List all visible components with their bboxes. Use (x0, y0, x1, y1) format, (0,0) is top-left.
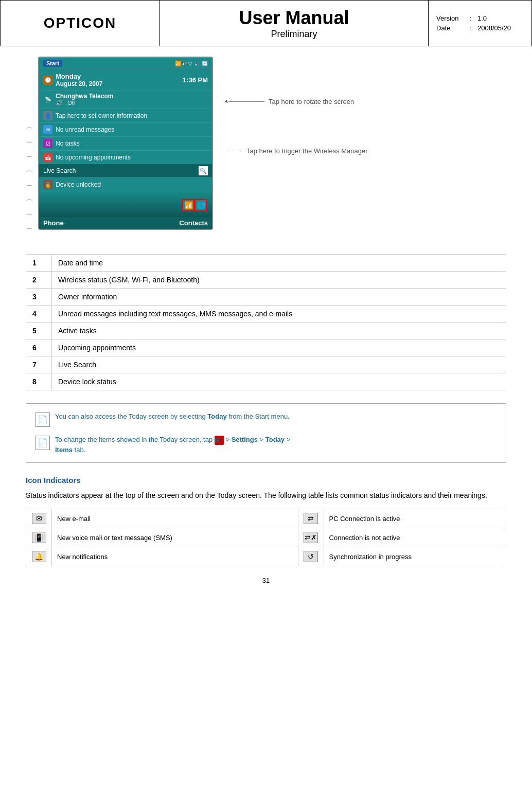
row-num: 5 (26, 322, 52, 339)
date-info: Monday August 20, 2007 (56, 73, 180, 87)
wireless-line (228, 151, 231, 151)
table-row: 4 Unread messages including text message… (26, 306, 506, 322)
row-desc: Date and time (52, 255, 506, 272)
section-title: Icon Indicators (26, 476, 506, 485)
icon-symbol-right: ↺ (304, 551, 318, 562)
tasks-label: No tasks (56, 140, 80, 147)
wireless-annotation: → Tap here to trigger the Wireless Manag… (228, 147, 368, 155)
table-row: 5 Active tasks (26, 322, 506, 339)
status-icon-3: ▽ (188, 61, 192, 66)
row-num: 7 (26, 356, 52, 373)
icon-right: ⇄ (298, 509, 324, 528)
start-area: Start (43, 60, 62, 67)
page-header: OPTICON User Manual Preliminary Version … (0, 0, 532, 46)
appointments-item: 📅 No upcoming appointments (39, 150, 212, 164)
note-1: 📄 You can also access the Today screen b… (36, 411, 496, 427)
arc-2: ⌒ (26, 138, 33, 152)
wireless-sub: 🔊 : Off (56, 100, 113, 106)
row-desc: Owner information (52, 289, 506, 306)
phone-button[interactable]: Phone (43, 219, 64, 227)
wireless-manager-icons: 📶 🌐 (39, 191, 212, 211)
row-desc: Unread messages including text messages,… (52, 306, 506, 322)
row-desc: Wireless status (GSM, Wi-Fi, and Bluetoo… (52, 272, 506, 289)
note-text-1: You can also access the Today screen by … (55, 411, 496, 422)
icon-symbol-left: ✉ (32, 513, 46, 524)
status-icon-1: 📶 (175, 61, 181, 66)
status-icon-4: 🔈 (194, 61, 200, 66)
row-num: 1 (26, 255, 52, 272)
note1-text: You can also access the Today screen by … (55, 413, 207, 420)
table-row: 7 Live Search (26, 356, 506, 373)
contacts-button[interactable]: Contacts (179, 219, 208, 227)
icon-table-row: ✉ New e-mail ⇄ PC Connection is active (26, 509, 506, 528)
label-right: PC Connection is active (324, 509, 506, 528)
row-desc: Live Search (52, 356, 506, 373)
wireless-manager-icon-1[interactable]: 📶 (182, 199, 194, 211)
start-button[interactable]: Start (43, 60, 62, 67)
note2-bold3: Items (55, 446, 73, 454)
document-title: User Manual Preliminary (160, 1, 429, 46)
note-text-2: To change the items showed in the Today … (55, 435, 496, 455)
icon-table-row: 📳 New voice mail or text message (SMS) ⇄… (26, 528, 506, 547)
note-box: 📄 You can also access the Today screen b… (26, 403, 506, 463)
label-left: New voice mail or text message (SMS) (52, 528, 298, 547)
owner-label: Tap here to set owner information (56, 112, 147, 119)
lock-icon: 🔓 (43, 180, 52, 189)
status-icons: 📶 ⇄ ▽ 🔈 🔄 (175, 61, 208, 66)
note2-bold2: Today (265, 436, 285, 443)
rotate-text: Tap here to rotate the screen (269, 98, 354, 105)
info-table: 1 Date and time 2 Wireless status (GSM, … (26, 254, 506, 390)
phone-datetime: 🕐 Monday August 20, 2007 1:36 PM (39, 69, 212, 90)
label-right: Connection is not active (324, 528, 506, 547)
arc-8: ⌒ (26, 224, 33, 239)
note2-end: tab. (73, 446, 85, 454)
row-desc: Device lock status (52, 373, 506, 390)
row-num: 3 (26, 289, 52, 306)
start-label: Start (46, 60, 59, 66)
person-icon: 👤 (43, 111, 52, 120)
logo-text: OPTICON (44, 15, 117, 31)
row-num: 2 (26, 272, 52, 289)
label-left: New e-mail (52, 509, 298, 528)
wireless-icon: 📡 (43, 95, 52, 104)
phone-time: 1:36 PM (183, 76, 208, 84)
wireless-text: Tap here to trigger the Wireless Manager (246, 147, 368, 155)
table-row: 3 Owner information (26, 289, 506, 306)
note-icon-2: 📄 (36, 436, 50, 450)
row-desc: Upcoming appointments (52, 339, 506, 356)
live-search-label: Live Search (43, 167, 76, 174)
messages-label: No unread messages (56, 126, 114, 133)
note-2: 📄 To change the items showed in the Toda… (36, 435, 496, 455)
phone-spacer: 📶 🌐 (39, 191, 212, 217)
title-main: User Manual (239, 7, 349, 29)
tasks-item: ☑ No tasks (39, 136, 212, 150)
note2-bold1: Settings (232, 436, 258, 443)
device-lock-item: 🔓 Device unlocked (39, 177, 212, 191)
icon-right: ↺ (298, 547, 324, 566)
icon-left: 📳 (26, 528, 52, 547)
icon-left: ✉ (26, 509, 52, 528)
row-num: 4 (26, 306, 52, 322)
note-icon-1: 📄 (36, 413, 50, 427)
arc-6: ⌒ (26, 195, 33, 210)
note2-start: To change the items showed in the Today … (55, 436, 215, 443)
owner-item: 👤 Tap here to set owner information (39, 109, 212, 122)
wireless-manager-icon-2[interactable]: 🌐 (194, 199, 207, 211)
device-lock-label: Device unlocked (56, 181, 101, 188)
arc-3: ⌒ (26, 152, 33, 167)
status-icon-5: 🔄 (202, 61, 208, 66)
row-num: 6 (26, 339, 52, 356)
status-icon-2: ⇄ (183, 61, 187, 66)
note2-mid3: > (285, 436, 290, 443)
arc-4: ⌒ (26, 167, 33, 181)
icon-right: ⇄✗ (298, 528, 324, 547)
live-search-item[interactable]: Live Search 🔍 (39, 164, 212, 177)
date-label: Date (436, 24, 467, 32)
version-colon: : (470, 14, 475, 22)
document-meta: Version : 1.0 Date : 2008/05/20 (429, 1, 531, 46)
table-row: 2 Wireless status (GSM, Wi-Fi, and Bluet… (26, 272, 506, 289)
logo: OPTICON (1, 1, 160, 46)
icon-symbol-right: ⇄ (304, 513, 318, 524)
title-sub: Preliminary (271, 29, 317, 40)
search-icon[interactable]: 🔍 (199, 166, 208, 175)
